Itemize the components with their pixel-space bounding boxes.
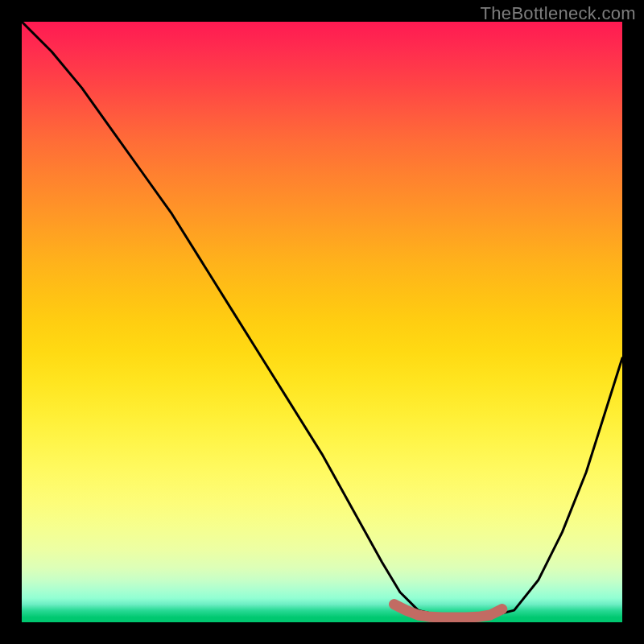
watermark-text: TheBottleneck.com — [481, 3, 636, 24]
bottom-highlight-curve — [394, 605, 502, 617]
chart-svg — [22, 22, 622, 622]
chart-container: TheBottleneck.com — [0, 0, 644, 644]
bottleneck-curve — [22, 22, 622, 617]
plot-area — [22, 22, 622, 622]
